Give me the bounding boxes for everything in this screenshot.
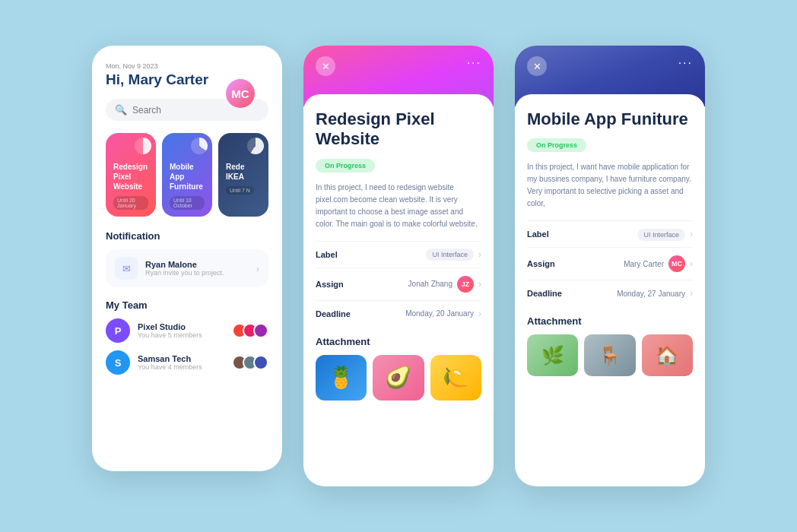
deadline-field-value-3: Monday, 27 January [573,290,685,298]
project-date-1: Until 20 January [113,196,148,210]
project-date-2: Until 10 October [170,196,205,210]
chevron-right-icon: › [478,249,481,260]
screen3-project: ✕ ··· Mobile App Funiture On Progress In… [515,46,705,486]
chevron-right-icon: › [478,279,481,290]
avatar: MC [226,79,255,108]
detail-row-deadline-3: Deadline Monday, 27 January › [527,280,693,306]
team-item-2[interactable]: S Samsan Tech You have 4 members [106,350,268,375]
project-card-3[interactable]: Rede IKEA Until 7 N [218,133,268,217]
detail-row-deadline: Deadline Monday, 20 January › [316,300,481,327]
attachment-image-1: 🍍 [316,355,367,401]
attachment-title-3: Attachment [527,315,693,327]
assignee-avatar-3: MC [668,255,685,272]
label-tag-3: UI Interface [637,229,685,241]
screen2-body: Redesign Pixel Website On Progress In th… [303,94,494,413]
label-tag: UI Interface [426,249,474,261]
notification-section-title: Notification [106,230,268,242]
assign-field-value: Jonah Zhang [361,280,452,288]
member-avatar [253,355,268,370]
team-info-2: Samsan Tech You have 4 members [138,354,202,371]
team-avatar-1: P [106,318,130,343]
label-field-name: Label [316,250,361,259]
project2-title: Redesign Pixel Website [316,109,481,150]
chevron-right-icon: › [256,263,259,274]
team-sub-1: You have 5 members [138,331,202,339]
team-name-1: Pixel Studio [138,322,202,331]
team-section-title: My Team [106,299,268,311]
team-avatar-2: S [106,350,130,375]
team-info-1: Pixel Studio You have 5 members [138,322,202,339]
project-name-2: Mobile App Furniture [170,162,205,192]
screen1-body: Mon, Nov 9 2023 Hi, Mary Carter MC 🔍 Red… [92,46,282,396]
project3-title: Mobile App Funiture [527,109,693,129]
attachment-title-2: Attachment [316,336,481,347]
assign-field-name: Assign [316,280,361,289]
assign-field-name-3: Assign [527,259,573,268]
notification-sender: Ryan Malone [145,260,224,269]
projects-list: Redesign Pixel Website Until 20 January … [106,133,268,217]
member-avatar [253,323,268,338]
team-item-1[interactable]: P Pixel Studio You have 5 members [106,318,268,343]
notification-info: Ryan Malone Ryan invite you to project. [145,260,224,277]
project2-status-badge: On Progress [316,159,375,173]
label-field-name-3: Label [527,230,573,239]
project2-description: In this project, I need to redesign webs… [316,182,481,230]
screen3-body: Mobile App Funiture On Progress In this … [515,94,705,388]
attachment-image-4: 🌿 [527,334,578,376]
project-card-1[interactable]: Redesign Pixel Website Until 20 January [106,133,156,217]
s1-date: Mon, Nov 9 2023 [106,62,268,70]
chevron-right-icon: › [478,309,481,319]
notification-message: Ryan invite you to project. [145,269,224,277]
attachment-image-5: 🪑 [584,334,635,376]
detail-row-label-3: Label UI Interface › [527,220,693,247]
detail-row-assign-3: Assign Mary Carter MC › [527,247,693,280]
screens-container: Mon, Nov 9 2023 Hi, Mary Carter MC 🔍 Red… [77,15,720,517]
project-date-3: Until 7 N [226,186,254,195]
assignee-avatar: JZ [457,276,474,293]
more-options-icon[interactable]: ··· [467,56,481,70]
project-card-2[interactable]: Mobile App Furniture Until 10 October [162,133,212,217]
detail-row-assign: Assign Jonah Zhang JZ › [316,268,481,300]
close-button-3[interactable]: ✕ [527,56,547,76]
mail-icon: ✉ [115,257,138,280]
project-name-1: Redesign Pixel Website [113,162,148,192]
deadline-field-value: Monday, 20 January [361,309,474,318]
chevron-right-icon-3: › [690,229,693,239]
deadline-field-name: Deadline [316,309,361,318]
deadline-field-name-3: Deadline [527,289,573,298]
pie-chart-1 [135,138,151,154]
label-field-value-3: UI Interface [573,230,685,239]
assign-field-value-3: Mary Carter [573,260,664,268]
pie-chart-3 [247,138,264,154]
chevron-right-icon-4: › [690,258,693,269]
attachment-images-3: 🌿 🪑 🏠 [527,334,693,376]
attachment-image-2: 🥑 [373,355,424,401]
team-name-2: Samsan Tech [138,354,202,363]
project3-description: In this project, I want have mobile appl… [527,161,693,210]
label-field-value: UI Interface [361,250,474,258]
attachment-images-2: 🍍 🥑 🍋 [316,355,481,401]
project3-status-badge: On Progress [527,138,586,152]
chevron-right-icon-5: › [690,288,693,299]
screen2-project: ✕ ··· Redesign Pixel Website On Progress… [303,46,494,486]
screen1-home: Mon, Nov 9 2023 Hi, Mary Carter MC 🔍 Red… [92,46,282,471]
s1-header-row: Mon, Nov 9 2023 Hi, Mary Carter MC [106,62,268,88]
detail-row-label: Label UI Interface › [316,241,481,268]
notification-card[interactable]: ✉ Ryan Malone Ryan invite you to project… [106,249,268,287]
close-button[interactable]: ✕ [316,56,335,76]
project-name-3: Rede IKEA [226,162,261,182]
more-options-icon-3[interactable]: ··· [678,56,693,70]
attachment-image-6: 🏠 [642,334,693,376]
team-member-avatars-2 [237,355,268,370]
attachment-image-3: 🍋 [430,355,481,401]
pie-chart-2 [191,138,208,154]
team-member-avatars-1 [237,323,268,338]
team-sub-2: You have 4 members [138,363,202,371]
search-icon: 🔍 [115,104,127,116]
